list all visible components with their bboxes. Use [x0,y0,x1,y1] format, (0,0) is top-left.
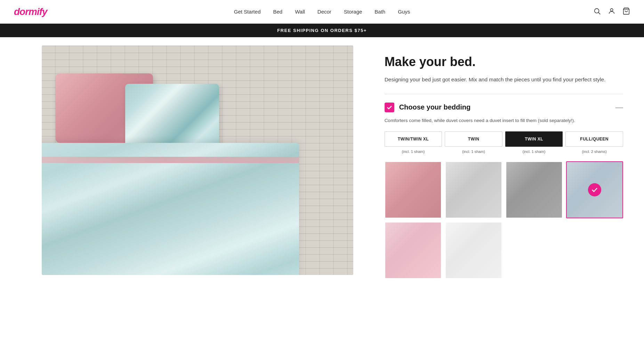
logo[interactable]: dormify [14,6,47,17]
checkbox-check-icon [387,105,392,110]
check-icon [591,186,598,193]
size-sub-twin-twin-xl: (incl. 1 sham) [385,149,442,154]
bedding-thumb-pink-pattern [385,222,441,278]
bedding-option-4[interactable] [566,161,623,218]
nav-item-decor[interactable]: Decor [317,9,331,15]
main-nav: Get Started Bed Wall Decor Storage Bath … [234,9,410,15]
header-icons [593,7,630,16]
svg-line-1 [598,13,600,14]
nav-item-storage[interactable]: Storage [344,9,362,15]
nav-item-guys[interactable]: Guys [398,9,410,15]
search-icon[interactable] [593,7,601,16]
divider [385,94,623,94]
user-icon[interactable] [608,7,615,16]
bedding-option-6[interactable] [445,222,502,279]
bed-scene [42,46,353,275]
section-title: Choose your bedding [399,103,471,111]
product-subtitle: Designing your bed just got easier. Mix … [385,75,623,84]
svg-point-2 [610,8,613,11]
nav-item-bed[interactable]: Bed [273,9,282,15]
svg-point-0 [595,8,599,13]
product-image-container [0,37,367,355]
comforter-trim [42,157,299,163]
section-header: Choose your bedding — [385,103,623,112]
bedding-option-5[interactable] [385,222,442,279]
product-title: Make your bed. [385,55,623,69]
bedding-option-1[interactable] [385,161,442,218]
product-info: Make your bed. Designing your bed just g… [367,37,644,355]
size-button-twin-xl[interactable]: TWIN XL [505,131,563,147]
bedding-thumb-gray-dark [506,162,562,218]
size-options: TWIN/TWIN XL TWIN TWIN XL FULL/QUEEN [385,131,623,147]
size-sub-twin: (incl. 1 sham) [445,149,502,154]
size-sub-labels: (incl. 1 sham) (incl. 1 sham) (incl. 1 s… [385,149,623,154]
product-image [42,46,353,275]
bedding-grid [385,161,623,279]
checkbox-icon [385,103,394,112]
promo-banner: FREE SHIPPING ON ORDERS $75+ [0,24,644,37]
bedding-thumb-white-soft [446,222,501,278]
bedding-thumb-pink [385,162,441,218]
bedding-option-3[interactable] [506,161,563,218]
bedding-thumb-gray-light [446,162,501,218]
promo-text: FREE SHIPPING ON ORDERS $75+ [277,28,367,33]
section-header-left: Choose your bedding [385,103,471,112]
size-sub-twin-xl: (incl. 1 sham) [505,149,563,154]
header: dormify Get Started Bed Wall Decor Stora… [0,0,644,24]
teal-pillow [125,84,219,150]
size-button-twin-twin-xl[interactable]: TWIN/TWIN XL [385,131,442,147]
size-button-twin[interactable]: TWIN [445,131,502,147]
collapse-button[interactable]: — [615,104,623,111]
selected-check-icon [588,183,601,196]
section-description: Comforters come filled, while duvet cove… [385,117,623,124]
nav-item-get-started[interactable]: Get Started [234,9,261,15]
main-content: Make your bed. Designing your bed just g… [0,37,644,355]
nav-item-wall[interactable]: Wall [295,9,305,15]
cart-icon[interactable] [622,7,630,16]
bedding-option-2[interactable] [445,161,502,218]
size-sub-full-queen: (incl. 2 shams) [565,149,623,154]
nav-item-bath[interactable]: Bath [375,9,385,15]
size-button-full-queen[interactable]: FULL/QUEEN [565,131,623,147]
